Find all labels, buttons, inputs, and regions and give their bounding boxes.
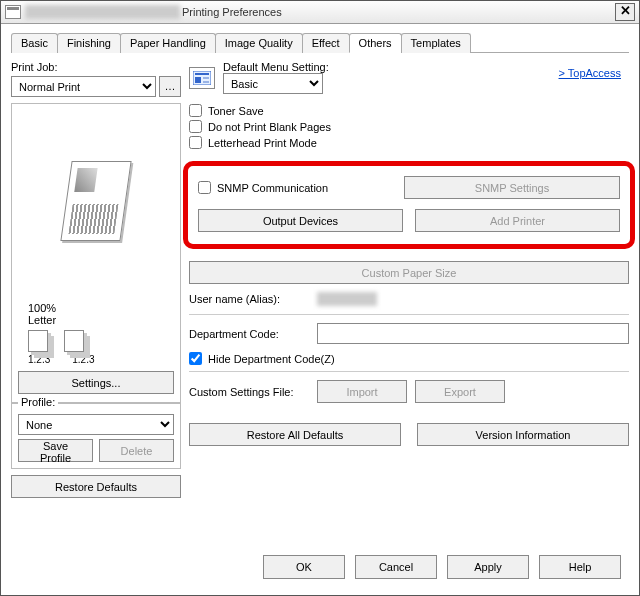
- letterhead-label: Letterhead Print Mode: [208, 137, 317, 149]
- right-panel: Default Menu Setting: Basic > TopAccess …: [189, 61, 629, 498]
- svg-rect-3: [203, 77, 209, 79]
- page-preview-icon: [60, 161, 131, 241]
- no-blank-checkbox[interactable]: [189, 120, 202, 133]
- snmp-highlight-box: SNMP Communication SNMP Settings Output …: [183, 161, 635, 249]
- zoom-value: 100%: [28, 302, 56, 314]
- tab-image-quality[interactable]: Image Quality: [215, 33, 303, 53]
- tab-others[interactable]: Others: [349, 33, 402, 53]
- restore-all-defaults-button[interactable]: Restore All Defaults: [189, 423, 401, 446]
- profile-select[interactable]: None: [18, 414, 174, 435]
- default-menu-select[interactable]: Basic: [223, 73, 323, 94]
- tab-paper-handling[interactable]: Paper Handling: [120, 33, 216, 53]
- collate-icon-1: [28, 330, 48, 352]
- import-button[interactable]: Import: [317, 380, 407, 403]
- restore-defaults-button[interactable]: Restore Defaults: [11, 475, 181, 498]
- dialog-footer: OK Cancel Apply Help: [263, 555, 621, 579]
- printing-preferences-window: Printing Preferences ✕ Basic Finishing P…: [0, 0, 640, 596]
- tabs: Basic Finishing Paper Handling Image Qua…: [11, 32, 629, 53]
- close-button[interactable]: ✕: [615, 3, 635, 21]
- hide-dept-code-checkbox[interactable]: [189, 352, 202, 365]
- no-blank-label: Do not Print Blank Pages: [208, 121, 331, 133]
- print-job-label: Print Job:: [11, 61, 181, 73]
- toner-save-checkbox[interactable]: [189, 104, 202, 117]
- add-printer-button[interactable]: Add Printer: [415, 209, 620, 232]
- svg-rect-4: [203, 81, 209, 83]
- snmp-comm-checkbox[interactable]: [198, 181, 211, 194]
- titlebar: Printing Preferences ✕: [1, 1, 639, 24]
- stack-label-2: 1.2.3: [72, 354, 94, 365]
- default-menu-icon: [189, 67, 215, 89]
- snmp-settings-button[interactable]: SNMP Settings: [404, 176, 620, 199]
- settings-button[interactable]: Settings...: [18, 371, 174, 394]
- save-profile-button[interactable]: Save Profile: [18, 439, 93, 462]
- paper-size: Letter: [18, 314, 174, 326]
- dept-code-label: Department Code:: [189, 328, 309, 340]
- tab-effect[interactable]: Effect: [302, 33, 350, 53]
- topaccess-link[interactable]: > TopAccess: [559, 67, 621, 79]
- printer-icon: [5, 5, 21, 19]
- tab-basic[interactable]: Basic: [11, 33, 58, 53]
- tab-templates[interactable]: Templates: [401, 33, 471, 53]
- help-button[interactable]: Help: [539, 555, 621, 579]
- preview-area: [11, 103, 181, 298]
- custom-paper-size-button[interactable]: Custom Paper Size: [189, 261, 629, 284]
- delete-profile-button[interactable]: Delete: [99, 439, 174, 462]
- profile-legend: Profile:: [18, 396, 58, 408]
- user-name-label: User name (Alias):: [189, 293, 309, 305]
- stack-label-1: 1.2.3: [28, 354, 50, 365]
- svg-rect-1: [195, 73, 209, 75]
- output-devices-button[interactable]: Output Devices: [198, 209, 403, 232]
- default-menu-label: Default Menu Setting:: [223, 61, 329, 73]
- version-info-button[interactable]: Version Information: [417, 423, 629, 446]
- svg-rect-2: [195, 77, 201, 83]
- ok-button[interactable]: OK: [263, 555, 345, 579]
- print-job-more-button[interactable]: …: [159, 76, 181, 97]
- tab-finishing[interactable]: Finishing: [57, 33, 121, 53]
- letterhead-checkbox[interactable]: [189, 136, 202, 149]
- custom-settings-label: Custom Settings File:: [189, 386, 309, 398]
- dept-code-input[interactable]: [317, 323, 629, 344]
- left-panel: Print Job: Normal Print … 100% Let: [11, 61, 181, 498]
- hide-dept-code-label: Hide Department Code(Z): [208, 353, 335, 365]
- user-name-value-blurred: [317, 292, 377, 306]
- printer-name-blurred: [25, 5, 180, 19]
- export-button[interactable]: Export: [415, 380, 505, 403]
- profile-group: Profile: None Save Profile Delete: [11, 403, 181, 469]
- print-job-select[interactable]: Normal Print: [11, 76, 156, 97]
- cancel-button[interactable]: Cancel: [355, 555, 437, 579]
- collate-icon-2: [64, 330, 84, 352]
- snmp-comm-label: SNMP Communication: [217, 182, 328, 194]
- window-title: Printing Preferences: [182, 6, 282, 18]
- apply-button[interactable]: Apply: [447, 555, 529, 579]
- toner-save-label: Toner Save: [208, 105, 264, 117]
